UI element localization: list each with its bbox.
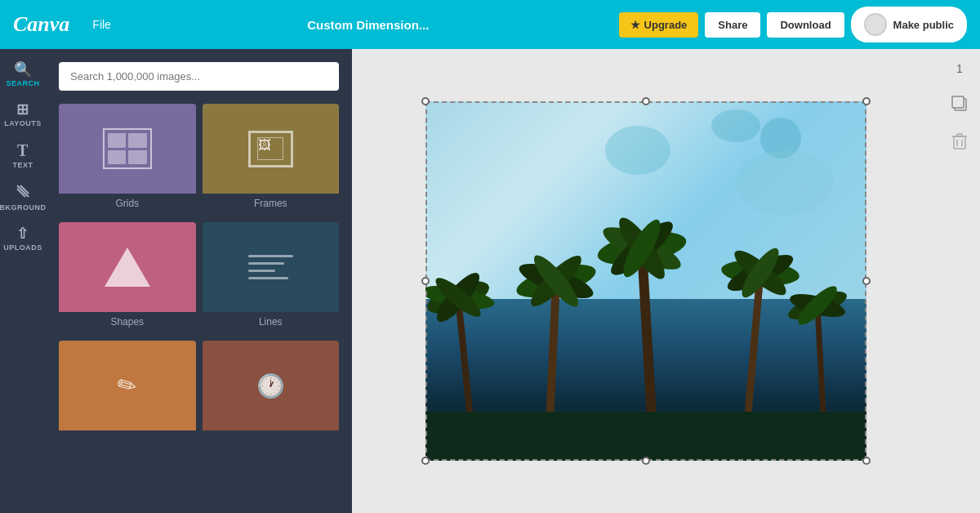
- sidebar: 🔍 SEARCH ⊞ LAYOUTS T TEXT BKGROUND ⇧ UPL…: [0, 49, 46, 513]
- doc-title: Custom Dimension...: [307, 18, 429, 32]
- layouts-icon: ⊞: [16, 102, 29, 117]
- grid-item-grids[interactable]: Grids: [59, 104, 196, 216]
- triangle-icon: [105, 248, 150, 287]
- upgrade-button[interactable]: ★ Upgrade: [619, 12, 699, 38]
- make-public-button[interactable]: Make public: [851, 7, 967, 42]
- line-bar: [248, 255, 293, 257]
- line-bar: [248, 262, 284, 265]
- frames-label: Frames: [203, 194, 340, 216]
- uploads-icon: ⇧: [16, 226, 29, 241]
- header-center: Custom Dimension...: [127, 18, 609, 32]
- frames-icon: 🖼: [248, 131, 293, 167]
- grids-icon: [103, 128, 152, 169]
- star-icon: ★: [630, 19, 640, 31]
- copy-icon[interactable]: [951, 95, 969, 113]
- avatar: [864, 13, 887, 36]
- canvas-content: [421, 89, 871, 473]
- grid-item-pencil[interactable]: ✎: [59, 341, 196, 441]
- sidebar-label-text: TEXT: [12, 161, 33, 169]
- shapes-thumbnail: [59, 222, 196, 312]
- handle-bottom-right[interactable]: [862, 457, 871, 465]
- sidebar-item-text[interactable]: T TEXT: [2, 136, 43, 176]
- upgrade-label: Upgrade: [644, 19, 688, 31]
- right-panel: 1: [939, 49, 980, 513]
- grid-cell: [108, 150, 127, 165]
- handle-middle-left[interactable]: [421, 277, 430, 285]
- lines-thumbnail: [203, 222, 340, 312]
- search-input[interactable]: [59, 62, 339, 91]
- watercolor-blob: [736, 150, 834, 216]
- handle-middle-right[interactable]: [862, 277, 871, 285]
- svg-rect-31: [954, 136, 965, 149]
- grid-item-shapes[interactable]: Shapes: [59, 222, 196, 334]
- grid-item-frames[interactable]: 🖼 Frames: [203, 104, 340, 216]
- canvas-image: [425, 101, 866, 461]
- frame-rect: 🖼: [257, 137, 283, 160]
- palm-trees-svg: [425, 209, 866, 461]
- selected-image[interactable]: [425, 101, 866, 461]
- line-bar: [248, 270, 275, 272]
- handle-top-left[interactable]: [421, 97, 430, 105]
- sidebar-item-background[interactable]: BKGROUND: [2, 177, 43, 218]
- grid-item-clock[interactable]: 🕐: [203, 341, 340, 441]
- panel: Grids 🖼 Frames Shapes: [46, 49, 352, 513]
- grids-thumbnail: [59, 104, 196, 194]
- grids-label: Grids: [59, 194, 196, 216]
- handle-bottom-center[interactable]: [642, 457, 650, 465]
- watercolor-blob: [605, 126, 670, 175]
- clock-label: [203, 430, 340, 441]
- header: Canva File Custom Dimension... ★ Upgrade…: [0, 0, 980, 49]
- svg-rect-28: [425, 412, 866, 461]
- lines-label: Lines: [203, 312, 340, 334]
- search-icon: 🔍: [14, 62, 33, 77]
- header-actions: ★ Upgrade Share Download Make public: [619, 7, 967, 42]
- sidebar-label-layouts: LAYOUTS: [4, 119, 42, 127]
- sidebar-label-search: SEARCH: [6, 79, 39, 87]
- make-public-label: Make public: [893, 19, 954, 31]
- elements-grid: Grids 🖼 Frames Shapes: [59, 104, 339, 441]
- watercolor-blob: [711, 109, 760, 142]
- handle-bottom-left[interactable]: [421, 457, 430, 465]
- delete-icon[interactable]: [951, 132, 968, 150]
- sidebar-label-uploads: UPLOADS: [3, 243, 42, 252]
- lines-icon: [248, 255, 293, 279]
- text-icon: T: [17, 142, 29, 158]
- frames-thumbnail: 🖼: [203, 104, 340, 194]
- svg-rect-30: [952, 96, 964, 108]
- grid-cell: [108, 133, 127, 148]
- main-area: 🔍 SEARCH ⊞ LAYOUTS T TEXT BKGROUND ⇧ UPL…: [0, 49, 980, 513]
- grid-item-lines[interactable]: Lines: [203, 222, 340, 334]
- clock-thumbnail: 🕐: [203, 341, 340, 430]
- download-button[interactable]: Download: [767, 12, 844, 38]
- image-icon: 🖼: [258, 138, 271, 152]
- shapes-label: Shapes: [59, 312, 196, 334]
- canva-logo: Canva: [13, 12, 69, 37]
- sidebar-item-layouts[interactable]: ⊞ LAYOUTS: [2, 96, 43, 134]
- line-bar: [248, 277, 289, 279]
- sidebar-item-uploads[interactable]: ⇧ UPLOADS: [2, 220, 43, 258]
- file-menu[interactable]: File: [86, 15, 118, 34]
- background-icon: [16, 184, 30, 201]
- handle-top-right[interactable]: [862, 97, 871, 105]
- sidebar-label-background: BKGROUND: [0, 203, 47, 212]
- page-number: 1: [956, 62, 963, 75]
- sidebar-item-search[interactable]: 🔍 SEARCH: [2, 56, 43, 94]
- pencil-label: [59, 430, 196, 441]
- clock-icon: 🕐: [256, 372, 285, 399]
- grid-cell: [128, 133, 147, 148]
- pencil-thumbnail: ✎: [59, 341, 196, 430]
- grid-cell: [128, 150, 147, 165]
- handle-top-center[interactable]: [642, 97, 650, 105]
- canvas-area[interactable]: [352, 49, 939, 513]
- pencil-icon: ✎: [113, 369, 142, 402]
- share-button[interactable]: Share: [705, 12, 760, 38]
